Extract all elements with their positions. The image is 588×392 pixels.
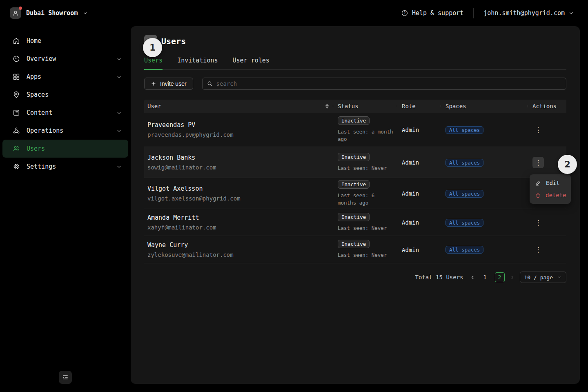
page-size-value: 10 / page [524, 274, 553, 281]
gear-icon [12, 163, 20, 171]
table-row: Praveendas PV praveendas.pv@phygrid.com … [144, 113, 566, 147]
user-email: sowig@mailinator.com [147, 164, 333, 171]
column-header-user[interactable]: User [144, 103, 333, 109]
status-badge: Inactive [338, 180, 370, 189]
nodes-icon [12, 127, 20, 135]
last-seen-text: Last seen: Never [338, 252, 396, 259]
status-badge: Inactive [338, 153, 370, 161]
sidebar-item-label: Content [27, 109, 52, 116]
sort-icon[interactable] [325, 104, 329, 109]
org-switcher[interactable]: Dubai Showroom [10, 7, 88, 19]
sidebar-item-operations[interactable]: Operations [0, 122, 131, 140]
topbar-divider [473, 8, 474, 18]
account-menu[interactable]: john.smith@phygrid.com [483, 9, 574, 17]
context-menu-delete[interactable]: delete [530, 189, 571, 201]
page-size-select[interactable]: 10 / page [520, 272, 566, 283]
role-text: Admin [402, 219, 419, 226]
annotation-step-2: 2 [558, 155, 577, 174]
sidebar-item-users[interactable]: Users [2, 140, 128, 158]
user-email: john.smith@phygrid.com [483, 9, 565, 17]
page-title: Users [161, 36, 186, 46]
last-seen-text: Last seen: a month ago [338, 128, 396, 143]
next-page-icon[interactable] [510, 275, 515, 280]
tab-users[interactable]: Users [144, 57, 163, 69]
column-header-status: Status [333, 103, 397, 109]
invite-user-label: Invite user [160, 80, 187, 87]
sidebar-item-label: Apps [27, 73, 41, 80]
user-email: vilgot.axelsson@phygrid.com [147, 195, 333, 202]
chevron-down-icon [116, 56, 122, 62]
sidebar-item-label: Overview [27, 55, 56, 62]
location-pin-icon [12, 91, 20, 99]
table-header: User Status Role Spaces Actions [144, 100, 566, 113]
plus-icon [151, 81, 156, 87]
help-label: Help & support [412, 9, 463, 17]
chevron-down-icon [116, 128, 122, 134]
sidebar-item-label: Operations [27, 127, 63, 134]
table-row: Amanda Merritt xahyf@mailinator.com Inac… [144, 209, 566, 236]
user-name: Jackson Banks [147, 154, 333, 161]
user-name: Amanda Merritt [147, 214, 333, 221]
top-bar: Dubai Showroom ? Help & support john.smi… [0, 0, 588, 26]
main-panel: Users Users Invitations User roles Invit… [131, 26, 580, 384]
table-row: Jackson Banks sowig@mailinator.com Inact… [144, 147, 566, 178]
tab-user-roles[interactable]: User roles [233, 57, 270, 69]
sidebar-item-overview[interactable]: Overview [0, 50, 131, 68]
sidebar-item-settings[interactable]: Settings [0, 158, 131, 176]
help-support-link[interactable]: ? Help & support [401, 9, 463, 17]
sidebar: Home Overview Apps Spaces Content Operat… [0, 26, 131, 392]
prev-page-icon[interactable] [470, 275, 475, 280]
user-email: zylekosuve@mailinator.com [147, 252, 333, 258]
edit-pencil-icon [535, 180, 541, 186]
row-actions-kebab-icon[interactable]: ⋮ [532, 217, 544, 228]
column-header-spaces: Spaces [441, 103, 528, 109]
sidebar-item-content[interactable]: Content [0, 104, 131, 122]
user-name: Vilgot Axelsson [147, 185, 333, 192]
sidebar-item-home[interactable]: Home [0, 32, 131, 50]
last-seen-text: Last seen: Never [338, 225, 396, 232]
page-button-2[interactable]: 2 [495, 272, 505, 282]
pagination: Total 15 Users 1 2 10 / page [144, 272, 566, 283]
last-seen-text: Last seen: Never [338, 165, 396, 172]
role-text: Admin [402, 159, 419, 166]
role-text: Admin [402, 190, 419, 197]
tab-invitations[interactable]: Invitations [177, 57, 218, 69]
user-name: Wayne Curry [147, 241, 333, 249]
table-row: Vilgot Axelsson vilgot.axelsson@phygrid.… [144, 178, 566, 209]
notification-dot [19, 7, 22, 10]
sidebar-item-spaces[interactable]: Spaces [0, 86, 131, 104]
row-actions-kebab-icon[interactable]: ⋮ [532, 157, 544, 168]
sidebar-item-label: Settings [27, 163, 56, 170]
chevron-down-icon [116, 164, 122, 169]
chevron-down-icon [568, 10, 574, 16]
home-icon [12, 37, 20, 45]
spaces-tag: All spaces [445, 126, 483, 134]
context-menu-edit[interactable]: Edit [530, 177, 571, 189]
row-actions-kebab-icon[interactable]: ⋮ [532, 124, 544, 136]
role-text: Admin [402, 247, 419, 253]
tab-bar: Users Invitations User roles [144, 57, 566, 70]
spaces-tag: All spaces [445, 190, 483, 198]
trash-icon [535, 192, 541, 198]
invite-user-button[interactable]: Invite user [144, 78, 193, 90]
table-row: Wayne Curry zylekosuve@mailinator.com In… [144, 236, 566, 263]
menu-fold-icon [62, 374, 69, 381]
row-actions-kebab-icon[interactable]: ⋮ [532, 244, 544, 255]
search-input[interactable] [216, 80, 562, 87]
sidebar-item-apps[interactable]: Apps [0, 68, 131, 86]
status-badge: Inactive [338, 240, 370, 248]
page-button-1[interactable]: 1 [480, 272, 490, 282]
org-name: Dubai Showroom [26, 9, 78, 17]
sidebar-collapse-button[interactable] [59, 371, 72, 384]
users-table: User Status Role Spaces Actions Praveend… [144, 100, 566, 263]
row-context-menu: Edit delete [530, 174, 571, 204]
document-list-icon [12, 109, 20, 117]
sidebar-item-label: Users [27, 145, 45, 152]
chevron-down-icon [116, 110, 122, 116]
spaces-tag: All spaces [445, 246, 483, 254]
chevron-down-icon [82, 10, 88, 16]
search-icon [207, 80, 213, 87]
person-icon [12, 9, 19, 17]
search-box[interactable] [202, 78, 566, 90]
status-badge: Inactive [338, 116, 370, 125]
